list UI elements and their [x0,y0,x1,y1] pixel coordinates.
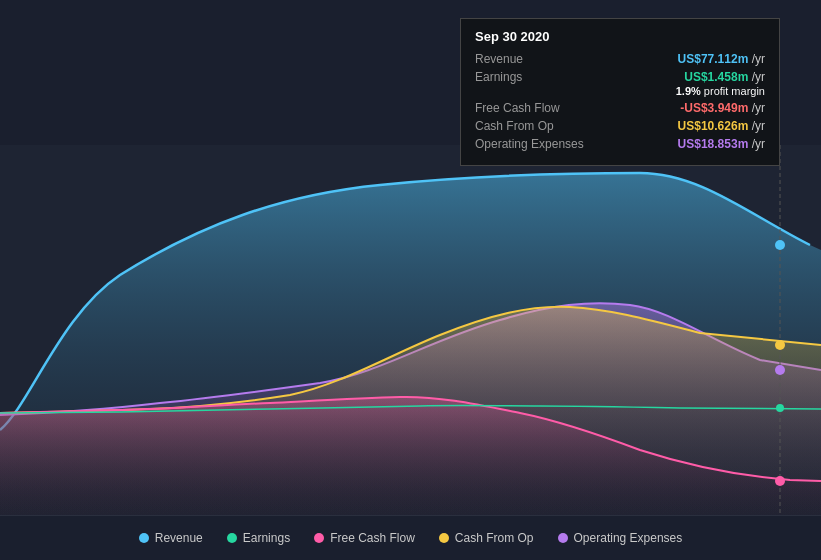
tooltip-date: Sep 30 2020 [475,29,765,44]
legend-label-earnings: Earnings [243,531,290,545]
legend-earnings[interactable]: Earnings [227,531,290,545]
legend-bar: Revenue Earnings Free Cash Flow Cash Fro… [0,515,821,560]
cashop-dot [775,340,785,350]
fcf-value: -US$3.949m /yr [680,101,765,115]
legend-opex[interactable]: Operating Expenses [558,531,683,545]
opex-value: US$18.853m /yr [678,137,765,151]
earnings-label: Earnings [475,70,595,84]
tooltip-row-revenue: Revenue US$77.112m /yr [475,52,765,66]
tooltip-box: Sep 30 2020 Revenue US$77.112m /yr Earni… [460,18,780,166]
fcf-label: Free Cash Flow [475,101,595,115]
legend-label-cashop: Cash From Op [455,531,534,545]
legend-label-revenue: Revenue [155,531,203,545]
chart-container: Sep 30 2020 Revenue US$77.112m /yr Earni… [0,0,821,560]
revenue-value: US$77.112m /yr [678,52,765,66]
legend-dot-revenue [139,533,149,543]
earnings-sub: 1.9% profit margin [676,85,765,97]
revenue-dot [775,240,785,250]
tooltip-row-opex: Operating Expenses US$18.853m /yr [475,137,765,151]
legend-fcf[interactable]: Free Cash Flow [314,531,415,545]
cashop-label: Cash From Op [475,119,595,133]
fcf-dot [775,476,785,486]
tooltip-row-fcf: Free Cash Flow -US$3.949m /yr [475,101,765,115]
legend-dot-fcf [314,533,324,543]
opex-label: Operating Expenses [475,137,595,151]
legend-revenue[interactable]: Revenue [139,531,203,545]
tooltip-row-earnings: Earnings US$1.458m /yr 1.9% profit margi… [475,70,765,97]
legend-cashop[interactable]: Cash From Op [439,531,534,545]
earnings-value: US$1.458m /yr [676,70,765,84]
legend-label-opex: Operating Expenses [574,531,683,545]
legend-label-fcf: Free Cash Flow [330,531,415,545]
legend-dot-cashop [439,533,449,543]
tooltip-row-cashop: Cash From Op US$10.626m /yr [475,119,765,133]
revenue-label: Revenue [475,52,595,66]
legend-dot-opex [558,533,568,543]
chart-svg [0,145,821,520]
opex-dot [775,365,785,375]
legend-dot-earnings [227,533,237,543]
cashop-value: US$10.626m /yr [678,119,765,133]
earnings-dot [776,404,784,412]
